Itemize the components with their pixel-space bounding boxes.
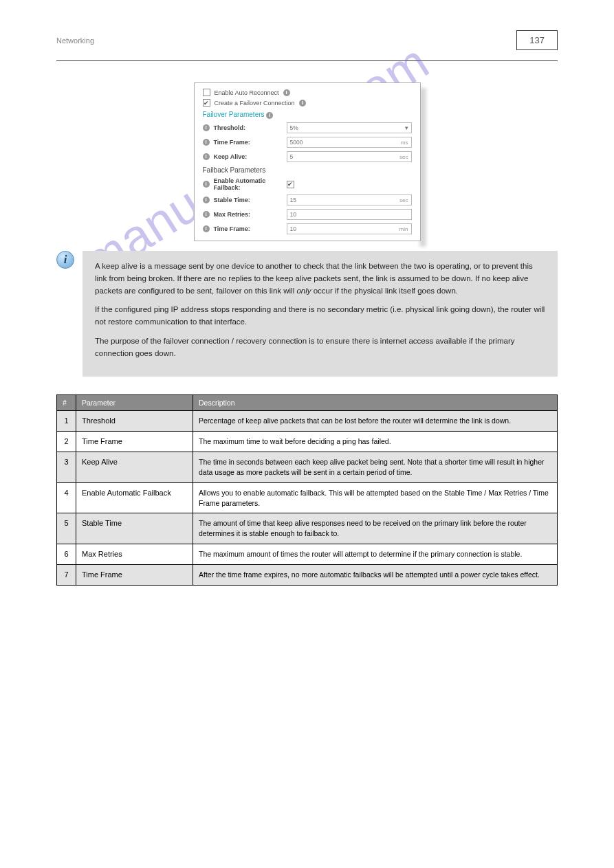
info-icon: i — [299, 100, 306, 107]
keepalive-label: Keep Alive: — [214, 153, 283, 160]
timeframe1-field: 5000 ms — [287, 137, 412, 148]
checkbox-icon — [203, 89, 210, 96]
page-number-box: 137 — [516, 30, 558, 50]
info-paragraph-3: The purpose of the failover connection /… — [95, 335, 545, 360]
info-icon: i — [203, 153, 210, 160]
header-rule — [56, 60, 558, 61]
stable-label: Stable Time: — [214, 197, 283, 203]
enable-failback-label: Enable Automatic Failback: — [214, 177, 283, 191]
table-row: 2Time FrameThe maximum time to wait befo… — [57, 432, 558, 452]
checkbox-checked-icon: ✔ — [203, 99, 210, 107]
col-num: # — [57, 394, 76, 410]
table-row: 1ThresholdPercentage of keep alive packe… — [57, 410, 558, 431]
keepalive-field: 5 sec — [287, 151, 412, 162]
timeframe1-label: Time Frame: — [214, 139, 283, 146]
table-row: 4Enable Automatic FailbackAllows you to … — [57, 482, 558, 513]
info-bubble-icon: i — [56, 251, 74, 269]
info-icon: i — [203, 197, 210, 203]
failback-section: Failback Parameters — [203, 166, 412, 174]
threshold-label: Threshold: — [214, 124, 283, 131]
info-icon: i — [203, 139, 210, 146]
page-header: Networking 137 — [56, 30, 558, 50]
settings-screenshot: Enable Auto Reconnect i ✔ Create a Failo… — [194, 82, 421, 241]
table-row: 7Time FrameAfter the time frame expires,… — [57, 564, 558, 585]
info-paragraph-2: If the configured ping IP address stops … — [95, 304, 545, 329]
col-desc: Description — [193, 394, 558, 410]
threshold-field: 5%▾ — [287, 122, 412, 133]
table-row: 3Keep AliveThe time in seconds between e… — [57, 452, 558, 482]
parameters-table: # Parameter Description 1ThresholdPercen… — [56, 394, 558, 586]
stable-field: 15 sec — [287, 194, 412, 205]
info-icon: i — [283, 89, 290, 96]
maxretries-label: Max Retries: — [214, 211, 283, 218]
col-param: Parameter — [76, 394, 193, 410]
info-icon: i — [203, 225, 210, 232]
info-icon: i — [203, 124, 210, 131]
info-icon: i — [266, 112, 273, 119]
timeframe2-label: Time Frame: — [214, 225, 283, 232]
opt-failover: Create a Failover Connection — [215, 100, 295, 107]
table-row: 5Stable TimeThe amount of time that keep… — [57, 513, 558, 544]
timeframe2-field: 10 min — [287, 223, 412, 234]
checkbox-checked-icon: ✔ — [287, 181, 294, 188]
info-icon: i — [203, 211, 210, 218]
info-paragraph-1: A keep alive is a message sent by one de… — [95, 260, 545, 297]
table-row: 6Max RetriesThe maximum amount of times … — [57, 544, 558, 564]
opt-auto-reconnect: Enable Auto Reconnect — [215, 89, 279, 96]
info-icon: i — [203, 181, 210, 188]
failover-section: Failover Parameters i — [203, 111, 412, 119]
maxretries-field: 10 — [287, 209, 412, 220]
section-label: Networking — [56, 36, 94, 45]
info-box: A keep alive is a message sent by one de… — [83, 251, 558, 377]
